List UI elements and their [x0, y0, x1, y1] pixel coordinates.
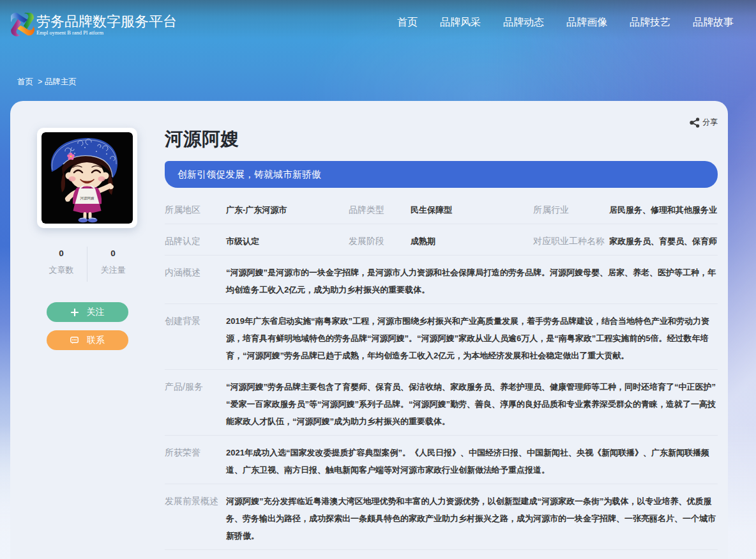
- svg-text:河源阿嫂: 河源阿嫂: [80, 196, 95, 201]
